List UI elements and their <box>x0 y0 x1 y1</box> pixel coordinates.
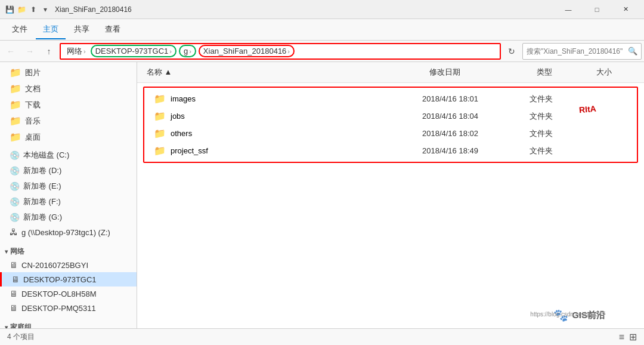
sidebar-label-downloads: 下载 <box>25 100 41 110</box>
sidebar-item-downloads[interactable]: 📁 下载 <box>0 97 137 113</box>
sidebar-label-music: 音乐 <box>25 116 41 127</box>
breadcrumb-g-label: g <box>184 47 188 56</box>
breadcrumb-arrow3: › <box>189 48 191 55</box>
forward-button[interactable]: → <box>21 43 38 60</box>
file-row-jobs[interactable]: 📁 jobs 2018/4/16 18:04 文件夹 <box>144 107 637 125</box>
file-type: 文件夹 <box>525 127 584 140</box>
sidebar-label-documents: 文档 <box>25 84 41 94</box>
sidebar-item-drive-z[interactable]: 🖧 g (\\Desktop-973tgc1) (Z:) <box>0 225 137 239</box>
drive-icon: 💿 <box>10 212 20 222</box>
address-bar[interactable]: 网络 › DESKTOP-973TGC1 › g › Xian_ShiFan_2… <box>60 43 501 60</box>
status-bar: 4 个项目 ≡ ⊞ <box>0 328 644 345</box>
folder-icon[interactable]: 📁 <box>17 5 26 14</box>
sidebar-item-music[interactable]: 📁 音乐 <box>0 113 137 129</box>
sidebar-item-drive-d[interactable]: 💿 新加卷 (D:) <box>0 163 137 178</box>
up-icon[interactable]: ⬆ <box>29 5 38 14</box>
sidebar-label-desktop973: DESKTOP-973TGC1 <box>23 275 97 284</box>
view-grid-button[interactable]: ⊞ <box>629 331 637 343</box>
breadcrumb-arrow: › <box>83 48 86 55</box>
sidebar-label-g: 新加卷 (G:) <box>23 212 62 223</box>
sidebar-item-desktop973[interactable]: 🖥 DESKTOP-973TGC1 <box>0 272 137 287</box>
file-name-cell: 📁 jobs <box>149 109 417 123</box>
sidebar-item-desktop[interactable]: 📁 桌面 <box>0 129 137 145</box>
breadcrumb-desktop[interactable]: DESKTOP-973TGC1 › <box>91 45 177 57</box>
file-name: images <box>171 94 196 103</box>
ribbon: 文件 主页 共享 查看 <box>0 19 644 41</box>
network-icon: 🖥 <box>10 260 18 270</box>
tab-file[interactable]: 文件 <box>5 20 35 39</box>
network-icon: 🖥 <box>10 303 18 313</box>
col-type[interactable]: 类型 <box>532 64 592 80</box>
sidebar-item-pictures[interactable]: 📁 图片 <box>0 64 137 81</box>
file-row-project-ssf[interactable]: 📁 project_ssf 2018/4/16 18:49 文件夹 <box>144 142 637 159</box>
sidebar: 📁 图片 📁 文档 📁 下载 📁 音乐 📁 桌面 💿 本地磁盘 (C:) 💿 新… <box>0 62 137 328</box>
sidebar-label-f: 新加卷 (F:) <box>23 196 61 207</box>
sidebar-item-drive-g[interactable]: 💿 新加卷 (G:) <box>0 210 137 225</box>
sidebar-label-desktop-ol: DESKTOP-OL8H58M <box>21 289 96 298</box>
section-network-label: 网络 <box>10 247 24 257</box>
network-drive-icon: 🖧 <box>10 227 18 237</box>
breadcrumb-g[interactable]: g › <box>179 45 196 57</box>
file-row-others[interactable]: 📁 others 2018/4/16 18:02 文件夹 <box>144 125 637 142</box>
breadcrumb-arrow4: › <box>287 48 290 55</box>
col-name[interactable]: 名称 ▲ <box>142 64 425 80</box>
search-icon[interactable]: 🔍 <box>628 47 637 56</box>
file-name: jobs <box>171 112 185 121</box>
file-size <box>584 98 632 100</box>
breadcrumb-folder[interactable]: Xian_ShiFan_20180416 › <box>199 45 295 57</box>
file-size <box>584 133 632 135</box>
minimize-button[interactable]: — <box>555 0 582 19</box>
network-icon: 🖥 <box>10 289 18 298</box>
sidebar-label-c: 本地磁盘 (C:) <box>23 150 69 161</box>
maximize-button[interactable]: □ <box>583 0 611 19</box>
folder-icon: 📁 <box>10 115 21 127</box>
view-list-button[interactable]: ≡ <box>619 332 624 343</box>
file-name: others <box>171 129 192 138</box>
search-box[interactable]: 🔍 <box>522 43 642 60</box>
drive-icon: 💿 <box>10 197 20 207</box>
sidebar-item-drive-f[interactable]: 💿 新加卷 (F:) <box>0 194 137 210</box>
up-directory-button[interactable]: ↑ <box>41 43 57 60</box>
file-date: 2018/4/16 18:01 <box>417 93 525 104</box>
file-date: 2018/4/16 18:04 <box>417 110 525 122</box>
col-date[interactable]: 修改日期 <box>425 64 532 80</box>
section-expand-icon[interactable]: ▾ <box>5 248 8 255</box>
search-input[interactable] <box>527 47 626 56</box>
tab-home[interactable]: 主页 <box>36 20 66 39</box>
file-type: 文件夹 <box>525 93 584 106</box>
col-size[interactable]: 大小 <box>592 64 639 80</box>
folder-icon: 📁 <box>10 99 21 110</box>
file-size <box>584 150 632 152</box>
sidebar-item-desktop-pmq[interactable]: 🖥 DESKTOP-PMQ5311 <box>0 301 137 315</box>
back-button[interactable]: ← <box>2 43 19 60</box>
sidebar-item-desktop-ol[interactable]: 🖥 DESKTOP-OL8H58M <box>0 287 137 301</box>
sidebar-item-cn[interactable]: 🖥 CN-20160725BGYI <box>0 258 137 272</box>
sidebar-section-network[interactable]: ▾ 网络 <box>0 243 137 258</box>
window-controls: — □ ✕ <box>555 0 639 19</box>
save-icon[interactable]: 💾 <box>5 5 14 14</box>
watermark-url: https://blog.csdn.net/qq_347 <box>530 311 605 318</box>
file-list: 📁 images 2018/4/16 18:01 文件夹 📁 jobs 2018… <box>143 87 638 163</box>
status-right: ≡ ⊞ <box>619 331 637 343</box>
dropdown-icon[interactable]: ▾ <box>41 5 50 14</box>
refresh-button[interactable]: ↻ <box>503 43 520 60</box>
title-bar-quick-access: 💾 📁 ⬆ ▾ <box>5 5 50 14</box>
close-button[interactable]: ✕ <box>612 0 639 19</box>
sidebar-label-pictures: 图片 <box>25 67 41 78</box>
sidebar-label-e: 新加卷 (E:) <box>23 181 61 192</box>
sidebar-section-homegroup[interactable]: ▾ 家庭组 <box>0 319 137 328</box>
folder-icon: 📁 <box>154 145 166 156</box>
tab-view[interactable]: 查看 <box>98 20 128 39</box>
file-size <box>584 115 632 118</box>
drive-icon: 💿 <box>10 150 20 160</box>
sidebar-item-documents[interactable]: 📁 文档 <box>0 81 137 97</box>
file-row-images[interactable]: 📁 images 2018/4/16 18:01 文件夹 <box>144 90 637 107</box>
section-expand-icon2[interactable]: ▾ <box>5 324 8 328</box>
sidebar-item-drive-c[interactable]: 💿 本地磁盘 (C:) <box>0 147 137 163</box>
folder-icon: 📁 <box>10 131 21 143</box>
breadcrumb-network[interactable]: 网络 › <box>64 45 88 58</box>
sidebar-item-drive-e[interactable]: 💿 新加卷 (E:) <box>0 178 137 194</box>
title-bar: 💾 📁 ⬆ ▾ Xian_ShiFan_20180416 — □ ✕ <box>0 0 644 19</box>
file-name: project_ssf <box>171 146 208 155</box>
tab-share[interactable]: 共享 <box>67 20 97 39</box>
